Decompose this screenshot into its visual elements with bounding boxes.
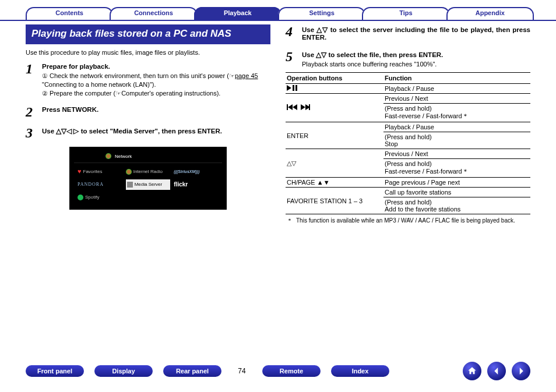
device-screen: Network ♥Favorites Internet Radio (((Sir… [69,147,227,210]
step-5: 5 Use △▽ to select the file, then press … [286,50,530,68]
th-operation: Operation buttons [286,73,383,84]
tab-connections[interactable]: Connections [110,7,197,20]
table-footnote: ＊ This function is available while an MP… [286,214,530,224]
tab-settings[interactable]: Settings [278,7,365,20]
footer: Front panel Display Rear panel 74 Remote… [0,362,556,380]
globe-icon [105,153,111,159]
step-heading: Press NETWORK. [42,106,270,113]
svg-marker-5 [293,104,297,110]
footer-rear-panel[interactable]: Rear panel [163,365,221,377]
btn-enter: ENTER [286,122,383,149]
flickr-logo: flickr [174,181,188,188]
svg-rect-1 [293,85,294,91]
step-sub: ① Check the network environment, then tu… [42,72,270,98]
footer-index[interactable]: Index [331,365,389,377]
fn-cell: (Press and hold) Add to the favorite sta… [383,197,530,214]
tab-tips[interactable]: Tips [362,7,449,20]
spotify-icon [78,195,83,200]
right-column: 4 Use △▽ to select the server including … [286,24,530,224]
home-button[interactable] [463,362,481,380]
btn-favorite: FAVORITE STATION 1 – 3 [286,188,383,214]
intro-text: Use this procedure to play music files, … [26,49,270,56]
btn-skip [286,94,383,122]
next-button[interactable] [512,362,530,380]
step-heading: Use △▽ to select the server including th… [302,26,530,41]
step-number: 2 [26,105,37,119]
footnote-text: This function is available while an MP3 … [296,217,515,224]
screen-network: Network [115,154,132,159]
fn-cell: (Press and hold) Fast-reverse / Fast-for… [383,104,530,122]
fn-cell: Page previous / Page next [383,178,530,188]
page-number: 74 [232,367,252,375]
bullet-2: ② [42,89,48,98]
bullet-1: ① [42,72,48,80]
svg-marker-4 [288,104,293,110]
fn-cell: Playback / Pause [383,84,530,94]
footnote-symbol: ＊ [287,217,293,224]
step-number: 5 [286,50,297,68]
step1-line1a: Check the network environment, then turn… [50,72,229,79]
svg-rect-3 [287,104,288,110]
screen-media-server: Media Server [135,182,163,187]
tab-contents[interactable]: Contents [26,7,113,20]
step-heading: Use △▽ to select the file, then press EN… [302,51,530,59]
fn-cell: (Press and hold) Fast-reverse / Fast-for… [383,159,530,178]
th-function: Function [383,73,530,84]
fn-cell: (Press and hold) Stop [383,132,530,149]
step1-line2: Prepare the computer (☞Computer's operat… [50,90,220,97]
footer-front-panel[interactable]: Front panel [26,365,84,377]
step-heading: Prepare for playback. [42,63,270,70]
step-2: 2 Press NETWORK. [26,105,270,119]
siriusxm-logo: (((SiriusXM))) [174,169,199,174]
step-1: 1 Prepare for playback. ① Check the netw… [26,62,270,98]
fn-cell: Previous / Next [383,149,530,159]
step-3: 3 Use △▽◁ ▷ to select "Media Server", th… [26,126,270,140]
footer-remote[interactable]: Remote [262,365,321,377]
step-number: 3 [26,126,37,140]
step-number: 1 [26,62,37,98]
screen-spotify: Spotify [85,195,99,200]
step-4: 4 Use △▽ to select the server including … [286,24,530,43]
step-number: 4 [286,24,297,43]
pandora-logo: PANDORA [78,182,104,187]
section-title: Playing back files stored on a PC and NA… [26,24,270,44]
footer-display[interactable]: Display [94,365,153,377]
step1-line1b: "Connecting to a home network (LAN)"). [42,81,156,88]
btn-chpage: CH/PAGE ▲▼ [286,178,383,188]
svg-rect-2 [295,85,297,91]
screen-internet-radio: Internet Radio [133,169,163,174]
globe-icon [126,169,132,175]
prev-button[interactable] [487,362,506,380]
btn-updown: △▽ [286,149,383,178]
left-column: Playing back files stored on a PC and NA… [26,24,270,224]
step5-sub: Playback starts once buffering reaches "… [302,61,530,68]
heart-icon: ♥ [78,168,82,175]
tab-playback[interactable]: Playback [194,7,281,20]
fn-cell: Playback / Pause [383,122,530,132]
fn-cell: Call up favorite stations [383,188,530,197]
btn-playpause [286,84,383,94]
page-link-45[interactable]: page 45 [235,72,258,79]
fn-cell: Previous / Next [383,94,530,104]
step-heading: Use △▽◁ ▷ to select "Media Server", then… [42,127,270,135]
top-tabs: Contents Connections Playback Settings T… [0,0,556,21]
screen-favorites: Favorites [83,169,103,174]
svg-marker-0 [287,85,291,91]
svg-marker-6 [301,104,305,110]
tab-appendix[interactable]: Appendix [446,7,534,20]
media-server-icon [127,182,133,188]
operation-table: Operation buttons Function Playback / Pa… [286,72,530,214]
svg-rect-8 [309,104,310,110]
